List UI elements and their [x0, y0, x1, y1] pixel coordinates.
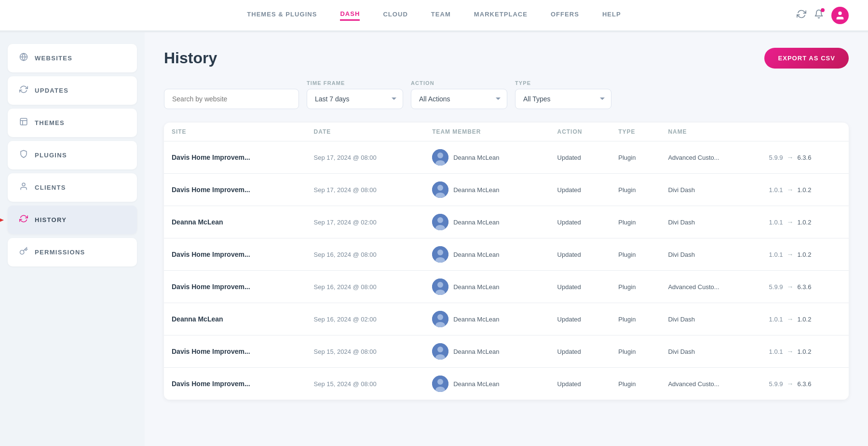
themes-icon [19, 117, 28, 128]
cell-type: Plugin [610, 174, 660, 206]
version-arrow-icon: → [787, 218, 794, 226]
col-name: Name [660, 123, 761, 141]
nav-dash[interactable]: DASH [340, 10, 360, 21]
table-row: Deanna McLean Sep 16, 2024 @ 02:00 Deann… [164, 303, 849, 335]
member-avatar [432, 343, 448, 360]
nav-cloud[interactable]: CLOUD [383, 11, 407, 20]
cell-version: 5.9.9 → 6.3.6 [761, 271, 849, 303]
cell-version: 1.0.1 → 1.0.2 [761, 206, 849, 238]
sidebar-item-themes[interactable]: THEMES [8, 109, 137, 137]
cell-type: Plugin [610, 141, 660, 174]
cell-action: Updated [550, 303, 611, 335]
cell-name: Advanced Custo... [660, 271, 761, 303]
table-row: Davis Home Improvem... Sep 17, 2024 @ 08… [164, 141, 849, 174]
svg-point-0 [838, 11, 841, 14]
cell-action: Updated [550, 206, 611, 238]
svg-marker-7 [0, 216, 4, 224]
sidebar-item-clients[interactable]: CLIENTS [8, 173, 137, 202]
cell-date: Sep 17, 2024 @ 08:00 [306, 141, 425, 174]
cell-version: 1.0.1 → 1.0.2 [761, 303, 849, 335]
table-header: Site Date Team Member Action Type Name [164, 123, 849, 141]
notification-dot [821, 8, 825, 12]
member-avatar [432, 149, 448, 166]
sidebar-item-updates[interactable]: UPDATES [8, 76, 137, 105]
table-row: Davis Home Improvem... Sep 16, 2024 @ 08… [164, 238, 849, 271]
cell-date: Sep 16, 2024 @ 08:00 [306, 271, 425, 303]
cell-member: Deanna McLean [424, 335, 549, 368]
member-avatar [432, 181, 448, 198]
cell-site: Davis Home Improvem... [164, 238, 306, 271]
nav-marketplace[interactable]: MARKETPLACE [474, 11, 528, 20]
cell-member: Deanna McLean [424, 238, 549, 271]
svg-point-30 [437, 379, 443, 385]
cell-site: Deanna McLean [164, 303, 306, 335]
cell-version: 1.0.1 → 1.0.2 [761, 335, 849, 368]
refresh-icon[interactable] [797, 9, 806, 21]
sidebar-label-history: HISTORY [35, 216, 67, 223]
cell-action: Updated [550, 238, 611, 271]
col-member: Team Member [424, 123, 549, 141]
type-select[interactable]: All Types [515, 89, 611, 109]
cell-name: Divi Dash [660, 238, 761, 271]
cell-site: Davis Home Improvem... [164, 174, 306, 206]
cell-version: 1.0.1 → 1.0.2 [761, 238, 849, 271]
content-header: History EXPORT AS CSV [164, 48, 849, 69]
member-avatar [432, 214, 448, 230]
col-action: Action [550, 123, 611, 141]
history-table-wrapper: Site Date Team Member Action Type Name D… [164, 123, 849, 400]
main-content: History EXPORT AS CSV TIME FRAME Last 7 … [145, 32, 868, 446]
sidebar-item-plugins[interactable]: PLUGINS [8, 141, 137, 169]
cell-member: Deanna McLean [424, 303, 549, 335]
cell-site: Deanna McLean [164, 206, 306, 238]
table-body: Davis Home Improvem... Sep 17, 2024 @ 08… [164, 141, 849, 400]
cell-member: Deanna McLean [424, 206, 549, 238]
sidebar-label-plugins: PLUGINS [35, 152, 67, 159]
sidebar-item-history[interactable]: HISTORY [8, 206, 137, 234]
table-row: Davis Home Improvem... Sep 16, 2024 @ 08… [164, 271, 849, 303]
notification-icon[interactable] [814, 9, 824, 21]
cell-date: Sep 15, 2024 @ 08:00 [306, 335, 425, 368]
cell-version: 1.0.1 → 1.0.2 [761, 174, 849, 206]
cell-member: Deanna McLean [424, 368, 549, 400]
sidebar-label-websites: WEBSITES [35, 55, 72, 62]
version-arrow-icon: → [787, 315, 794, 323]
sidebar: WEBSITES UPDATES THEMES [0, 32, 145, 446]
clients-icon [19, 182, 28, 193]
sidebar-label-permissions: PERMISSIONS [35, 249, 85, 256]
member-avatar [432, 376, 448, 392]
col-date: Date [306, 123, 425, 141]
version-arrow-icon: → [787, 283, 794, 291]
search-input[interactable] [164, 89, 299, 109]
search-group [164, 89, 299, 109]
history-table: Site Date Team Member Action Type Name D… [164, 123, 849, 400]
nav-team[interactable]: TEAM [431, 11, 451, 20]
svg-point-27 [437, 347, 443, 352]
cell-member: Deanna McLean [424, 174, 549, 206]
export-csv-button[interactable]: EXPORT AS CSV [764, 48, 849, 69]
nav-themes-plugins[interactable]: THEMES & PLUGINS [247, 11, 317, 20]
version-arrow-icon: → [787, 348, 794, 355]
user-avatar[interactable] [831, 7, 849, 24]
table-row: Davis Home Improvem... Sep 15, 2024 @ 08… [164, 335, 849, 368]
cell-version: 5.9.9 → 6.3.6 [761, 368, 849, 400]
cell-date: Sep 15, 2024 @ 08:00 [306, 368, 425, 400]
sidebar-item-permissions[interactable]: PERMISSIONS [8, 238, 137, 266]
cell-name: Advanced Custo... [660, 368, 761, 400]
timeframe-label: TIME FRAME [307, 80, 403, 86]
sidebar-item-websites[interactable]: WEBSITES [8, 44, 137, 72]
nav-help[interactable]: HELP [602, 11, 621, 20]
cell-site: Davis Home Improvem... [164, 141, 306, 174]
cell-name: Divi Dash [660, 174, 761, 206]
cell-type: Plugin [610, 238, 660, 271]
nav-offers[interactable]: OFFERS [551, 11, 579, 20]
action-select[interactable]: All Actions [411, 89, 507, 109]
cell-member: Deanna McLean [424, 271, 549, 303]
updates-icon [19, 85, 28, 96]
col-site: Site [164, 123, 306, 141]
cell-version: 5.9.9 → 6.3.6 [761, 141, 849, 174]
timeframe-select[interactable]: Last 7 days [307, 89, 403, 109]
arrow-pointer [0, 212, 4, 228]
nav-links: THEMES & PLUGINS DASH CLOUD TEAM MARKETP… [247, 10, 621, 21]
history-row-wrapper: HISTORY [8, 206, 137, 234]
permissions-icon [19, 247, 28, 258]
